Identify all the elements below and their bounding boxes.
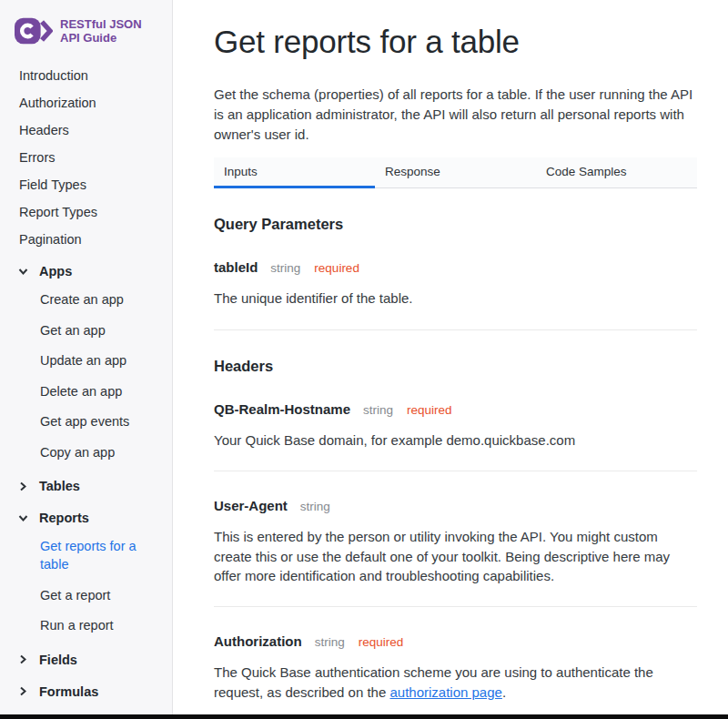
param-row-authorization: Authorization string required [214, 633, 697, 649]
param-description: The Quick Base authentication scheme you… [214, 663, 697, 702]
authorization-page-link[interactable]: authorization page [389, 684, 501, 700]
sidebar-group-apps[interactable]: Apps [0, 258, 172, 285]
logo[interactable]: RESTful JSON API Guide [0, 15, 172, 55]
param-type: string [270, 261, 300, 275]
tab-inputs[interactable]: Inputs [214, 157, 375, 187]
param-name: tableId [214, 259, 258, 275]
sidebar-group-tables-label: Tables [39, 479, 80, 493]
tab-bar: Inputs Response Code Samples [214, 157, 697, 188]
param-description: This is entered by the person or utility… [214, 527, 697, 585]
section-heading-headers: Headers [214, 358, 697, 375]
param-required-badge: required [407, 403, 452, 417]
param-type: string [300, 500, 330, 513]
sidebar-item-get-an-app[interactable]: Get an app [0, 316, 172, 347]
sidebar-item-get-app-events[interactable]: Get app events [0, 407, 172, 438]
sidebar-group-fields-label: Fields [39, 653, 77, 667]
page-description: Get the schema (properties) of all repor… [214, 85, 697, 144]
sidebar-group-apps-label: Apps [39, 264, 72, 278]
sidebar-item-pagination[interactable]: Pagination [0, 226, 172, 253]
param-name: User-Agent [214, 498, 288, 513]
section-heading-query-parameters: Query Parameters [214, 216, 697, 233]
param-description: Your Quick Base domain, for example demo… [214, 430, 697, 450]
param-type: string [315, 635, 345, 649]
sidebar-item-get-reports-for-a-table[interactable]: Get reports for a table [0, 532, 172, 580]
sidebar-nav: Introduction Authorization Headers Error… [0, 62, 172, 714]
sidebar-item-run-a-report[interactable]: Run a report [0, 611, 172, 642]
tab-code-samples[interactable]: Code Samples [536, 157, 697, 187]
sidebar-group-tables[interactable]: Tables [0, 472, 172, 500]
logo-title-line2: API Guide [60, 31, 142, 45]
chevron-right-icon [17, 481, 29, 492]
sidebar-item-headers[interactable]: Headers [0, 116, 172, 144]
param-description: The unique identifier of the table. [214, 289, 697, 308]
page-title: Get reports for a table [214, 24, 697, 60]
divider [214, 471, 697, 471]
sidebar: RESTful JSON API Guide Introduction Auth… [0, 0, 173, 714]
param-name: Authorization [214, 633, 302, 649]
chevron-down-icon [17, 266, 29, 278]
sidebar-item-authorization[interactable]: Authorization [0, 89, 172, 116]
param-row-qb-realm-hostname: QB-Realm-Hostname string required [214, 401, 697, 417]
param-type: string [363, 403, 393, 417]
window-bottom-edge [0, 714, 728, 719]
divider [214, 329, 697, 330]
sidebar-group-reports-label: Reports [39, 511, 89, 525]
param-required-badge: required [314, 261, 359, 275]
sidebar-group-formulas-label: Formulas [39, 684, 98, 699]
logo-title: RESTful JSON API Guide [60, 17, 142, 46]
quickbase-logo-icon [15, 16, 53, 46]
sidebar-group-records[interactable]: Records [0, 710, 172, 714]
divider [214, 606, 697, 607]
sidebar-item-copy-an-app[interactable]: Copy an app [0, 438, 172, 469]
param-row-user-agent: User-Agent string [214, 498, 697, 513]
param-description-text: . [502, 684, 506, 700]
sidebar-item-report-types[interactable]: Report Types [0, 198, 172, 226]
sidebar-group-fields[interactable]: Fields [0, 646, 172, 673]
sidebar-item-introduction[interactable]: Introduction [0, 62, 172, 89]
sidebar-group-reports[interactable]: Reports [0, 504, 172, 532]
chevron-right-icon [17, 653, 29, 665]
logo-title-line1: RESTful JSON [60, 17, 142, 31]
sidebar-item-create-an-app[interactable]: Create an app [0, 285, 172, 316]
sidebar-item-update-an-app[interactable]: Update an app [0, 346, 172, 377]
sidebar-item-field-types[interactable]: Field Types [0, 171, 172, 198]
param-row-tableid: tableId string required [214, 259, 697, 275]
chevron-right-icon [17, 685, 29, 697]
main-content: Get reports for a table Get the schema (… [173, 0, 728, 714]
sidebar-item-get-a-report[interactable]: Get a report [0, 581, 172, 612]
sidebar-item-delete-an-app[interactable]: Delete an app [0, 377, 172, 408]
param-name: QB-Realm-Hostname [214, 401, 350, 417]
sidebar-item-errors[interactable]: Errors [0, 144, 172, 171]
param-required-badge: required [359, 635, 404, 649]
sidebar-group-formulas[interactable]: Formulas [0, 678, 172, 705]
app-window: RESTful JSON API Guide Introduction Auth… [0, 0, 728, 714]
chevron-down-icon [17, 512, 29, 524]
tab-response[interactable]: Response [375, 157, 536, 187]
